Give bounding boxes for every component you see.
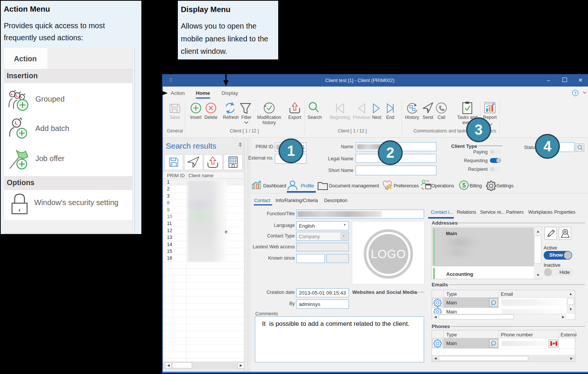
- svg-text:LOGO: LOGO: [371, 248, 406, 261]
- svg-text:$: $: [462, 182, 466, 189]
